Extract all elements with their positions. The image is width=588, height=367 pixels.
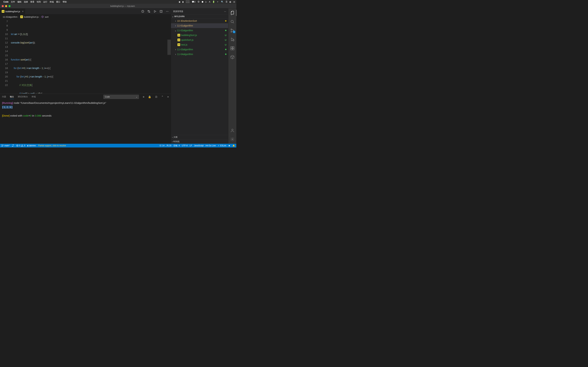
menubar-help[interactable]: 帮助 bbox=[63, 0, 67, 3]
status-branch[interactable]: main* bbox=[1, 144, 10, 147]
file-quickSort[interactable]: JS quickSort.js U bbox=[171, 38, 228, 42]
menubar-goto[interactable]: 转到 bbox=[37, 0, 41, 3]
chevron-down-icon: ⌄ bbox=[172, 15, 174, 18]
status-spaces[interactable]: 空格: 4 bbox=[173, 144, 180, 147]
status-eol[interactable]: LF bbox=[190, 144, 192, 147]
folder-11-02algorithm[interactable]: ⌄ 11-02algorithm bbox=[171, 28, 228, 33]
js-file-icon: JS bbox=[20, 16, 23, 18]
menubar-view[interactable]: 查看 bbox=[30, 0, 34, 3]
chevron-up-icon[interactable]: ⌃ bbox=[161, 95, 164, 98]
tray-icon-2[interactable]: ⦿ bbox=[198, 1, 199, 3]
breadcrumb-symbol[interactable]: sort bbox=[45, 16, 49, 18]
timeline-icon[interactable] bbox=[141, 10, 144, 13]
editor-tabs: JS bubblingSort.js × bbox=[0, 8, 171, 14]
spotlight-icon[interactable]: 🔍 bbox=[221, 1, 224, 3]
output-channel-select[interactable]: Code ⌄ bbox=[103, 95, 139, 99]
file-test[interactable]: JS test.js U bbox=[171, 42, 228, 47]
close-tab-icon[interactable]: × bbox=[22, 10, 24, 13]
minimap-slider[interactable] bbox=[167, 40, 171, 55]
tray-icon-1[interactable]: ▮ bbox=[182, 1, 184, 3]
folder-11-04algorithm[interactable]: › 11-04algorithm bbox=[171, 52, 228, 57]
battery-icon[interactable]: 🔋 bbox=[212, 1, 215, 3]
extensions-icon[interactable] bbox=[230, 46, 235, 51]
clock-icon[interactable]: ◷ bbox=[233, 1, 235, 3]
sidebar-more-icon[interactable]: ⋯ bbox=[224, 10, 226, 13]
svg-point-6 bbox=[168, 11, 168, 12]
menubar-run[interactable]: 运行 bbox=[43, 0, 47, 3]
clear-icon[interactable]: 🗋 bbox=[155, 95, 157, 98]
folder-11-03algorithm[interactable]: › 11-03algorithm bbox=[171, 47, 228, 52]
wechat-icon[interactable]: 💬 2 bbox=[192, 1, 196, 3]
code-editor[interactable]: 7 8 9 10 11 12 13 14 15 16 17 18 19 20 2… bbox=[0, 19, 171, 94]
status-golive[interactable]: Go Live bbox=[206, 144, 216, 147]
menubar-file[interactable]: 文件 bbox=[11, 0, 15, 3]
account-icon[interactable] bbox=[230, 128, 235, 133]
cube-icon[interactable] bbox=[230, 55, 235, 59]
text-cursor bbox=[32, 84, 32, 87]
close-panel-icon[interactable]: × bbox=[167, 95, 169, 98]
panel-tab-debug[interactable]: 调试控制台 bbox=[18, 95, 28, 99]
menubar-edit[interactable]: 编辑 bbox=[17, 0, 21, 3]
file-bubblingSort[interactable]: JS bubblingSort.js U bbox=[171, 33, 228, 38]
timeline-section-header[interactable]: › 时间线 bbox=[171, 139, 228, 144]
source-control-icon[interactable]: 8 bbox=[230, 28, 235, 33]
output-body[interactable]: [Running] node "/Users/bian/Documents/my… bbox=[0, 100, 171, 144]
titlebar: bubblingSort.js — myLearn bbox=[0, 4, 236, 8]
input-icon[interactable]: A bbox=[209, 1, 210, 3]
status-tabnine-msg[interactable]: Partial support, click to resolve bbox=[38, 144, 66, 147]
folder-10-30selectionSort[interactable]: › 10-30selectionSort bbox=[171, 18, 228, 23]
code-content[interactable]: let arr = [1,3,2]; console.log(sort(arr)… bbox=[11, 19, 171, 94]
activity-bar: 8 bbox=[228, 8, 236, 144]
status-bell-icon[interactable]: 🔔 bbox=[233, 144, 235, 147]
breadcrumb-file[interactable]: bubblingSort.js bbox=[24, 16, 39, 18]
svg-point-17 bbox=[232, 139, 233, 140]
git-untracked-dot bbox=[225, 49, 226, 50]
panel-tab-output[interactable]: 输出 bbox=[10, 95, 14, 99]
lock-icon[interactable]: 🔒 bbox=[148, 95, 151, 98]
folder-11-01algorithm[interactable]: › 11-01algorithm bbox=[171, 23, 228, 28]
debug-icon[interactable] bbox=[230, 37, 235, 42]
explorer-root-header[interactable]: ⌄ MYLEARN bbox=[171, 14, 228, 18]
status-tabnine[interactable]: ◖ tabnine: bbox=[27, 144, 36, 147]
netspeed-indicator: 0KB/s0KB/s bbox=[186, 0, 190, 3]
search-icon[interactable] bbox=[230, 19, 235, 24]
menubar-select[interactable]: 选择 bbox=[24, 0, 28, 3]
siri-icon[interactable]: ◐ bbox=[230, 1, 231, 3]
wrap-icon[interactable]: ≡ bbox=[143, 95, 144, 98]
maximize-window-button[interactable] bbox=[9, 5, 10, 7]
minimize-window-button[interactable] bbox=[5, 5, 7, 7]
outline-section-header[interactable]: › 大纲 bbox=[171, 135, 228, 139]
menubar-app[interactable]: Code bbox=[3, 1, 9, 3]
screenrec-icon[interactable]: ◉ bbox=[179, 1, 180, 3]
status-language[interactable]: JavaScript bbox=[194, 144, 204, 147]
status-position[interactable]: 行 14，列 20 bbox=[160, 144, 171, 147]
breadcrumb[interactable]: 11-02algorithm › JS bubblingSort.js › so… bbox=[0, 14, 171, 19]
close-window-button[interactable] bbox=[2, 5, 4, 7]
svg-point-7 bbox=[231, 20, 233, 23]
menubar-terminal[interactable]: 终端 bbox=[50, 0, 54, 3]
js-file-icon: JS bbox=[177, 39, 180, 41]
breadcrumb-folder[interactable]: 11-02algorithm bbox=[3, 16, 17, 18]
status-sync[interactable] bbox=[12, 144, 14, 147]
more-icon[interactable] bbox=[166, 10, 169, 13]
chevron-right-icon: › bbox=[174, 19, 177, 22]
status-encoding[interactable]: UTF-8 bbox=[182, 144, 188, 147]
panel-tab-terminal[interactable]: 终端 bbox=[32, 95, 36, 99]
explorer-icon[interactable] bbox=[230, 10, 235, 15]
diff-icon[interactable] bbox=[147, 10, 150, 13]
panel-tab-problems[interactable]: 问题 bbox=[2, 95, 6, 99]
menubar-window[interactable]: 窗口 bbox=[56, 0, 60, 3]
tray-icon-3[interactable]: ⬢ bbox=[202, 1, 203, 3]
tray-icon-4[interactable]: ▷ bbox=[205, 1, 207, 3]
settings-icon[interactable] bbox=[230, 137, 235, 142]
status-feedback-icon[interactable]: ☻ bbox=[228, 144, 230, 147]
status-problems[interactable]: 0 0 bbox=[16, 144, 25, 147]
minimap[interactable] bbox=[167, 19, 171, 94]
status-eslint[interactable]: ✓ ESLint bbox=[218, 144, 226, 147]
split-icon[interactable] bbox=[160, 10, 163, 13]
control-center-icon[interactable]: ☰ bbox=[226, 1, 227, 3]
tab-bubblingsort[interactable]: JS bubblingSort.js × bbox=[0, 8, 25, 14]
js-file-icon: JS bbox=[177, 43, 180, 46]
wifi-icon[interactable]: ᯤ bbox=[217, 1, 219, 3]
run-icon[interactable] bbox=[154, 10, 156, 13]
